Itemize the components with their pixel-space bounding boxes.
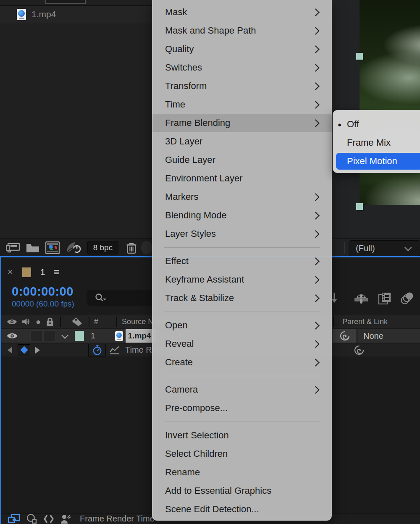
project-item-name: 1.mp4 <box>32 9 56 19</box>
frame-counter: 00000 (60.00 fps) <box>12 299 74 309</box>
menu-item-camera[interactable]: Camera <box>152 380 332 399</box>
menu-item-3d-layer[interactable]: 3D Layer <box>152 132 332 151</box>
next-keyframe-icon[interactable] <box>35 347 40 354</box>
frame-blending-submenu: ● Off Frame Mix Pixel Motion <box>333 110 420 173</box>
bit-depth-button[interactable]: 8 bpc <box>87 241 118 254</box>
shy-icon[interactable] <box>354 292 369 304</box>
chevron-right-icon <box>312 276 319 283</box>
timeline-tab[interactable]: × 1 ≡ <box>8 266 60 278</box>
audio-icon[interactable] <box>21 317 31 326</box>
menu-item-rename[interactable]: Rename <box>152 463 332 482</box>
folder-icon[interactable] <box>26 243 39 253</box>
trash-icon[interactable] <box>126 242 137 254</box>
eye-icon[interactable] <box>6 318 18 325</box>
footage-icon[interactable] <box>45 241 60 254</box>
menu-item-select-children[interactable]: Select Children <box>152 445 332 463</box>
pickwhip-icon[interactable] <box>333 329 356 343</box>
menu-separator <box>164 247 320 248</box>
menu-separator <box>164 312 320 312</box>
flowchart-icon[interactable] <box>8 514 20 524</box>
menu-item-create[interactable]: Create <box>152 353 332 372</box>
menu-item-quality[interactable]: Quality <box>152 40 332 58</box>
menu-item-open[interactable]: Open <box>152 316 332 335</box>
panel-menu-icon[interactable]: ≡ <box>54 266 60 278</box>
submenu-item-off[interactable]: ● Off <box>333 115 420 134</box>
lock-icon[interactable] <box>46 317 54 327</box>
submenu-item-frame-mix[interactable]: Frame Mix <box>333 134 420 152</box>
menu-item-blending-mode[interactable]: Blending Mode <box>152 206 332 225</box>
menu-item-invert-selection[interactable]: Invert Selection <box>152 426 332 445</box>
chevron-right-icon <box>312 212 319 219</box>
prev-keyframe-icon[interactable] <box>8 347 12 354</box>
chevron-right-icon <box>312 359 319 366</box>
cell-divider <box>357 329 357 343</box>
column-divider <box>116 317 117 327</box>
motion-blur-icon[interactable] <box>401 292 415 304</box>
chevron-right-icon <box>312 8 319 16</box>
menu-separator <box>164 376 320 376</box>
render-queue-icon[interactable] <box>6 242 20 253</box>
menu-item-environment-layer[interactable]: Environment Layer <box>152 169 332 188</box>
menu-item-pre-compose[interactable]: Pre-compose... <box>152 399 332 417</box>
chevron-right-icon <box>312 64 319 71</box>
parent-dropdown[interactable]: None <box>363 331 383 341</box>
label-tag-icon[interactable] <box>71 317 83 327</box>
selection-handle[interactable] <box>356 53 363 60</box>
menu-item-reveal[interactable]: Reveal <box>152 335 332 353</box>
project-item-row[interactable]: 1.mp4 <box>0 5 152 23</box>
menu-item-track-stabilize[interactable]: Track & Stabilize <box>152 289 332 307</box>
menu-item-effect[interactable]: Effect <box>152 252 332 270</box>
resolution-value: (Full) <box>356 244 375 253</box>
menu-item-mask-and-shape-path[interactable]: Mask and Shape Path <box>152 21 332 40</box>
resolution-dropdown[interactable]: (Full) <box>349 240 420 256</box>
selection-handle[interactable] <box>356 203 363 210</box>
rocket-power-icon[interactable] <box>66 241 81 254</box>
column-number[interactable]: # <box>94 317 98 326</box>
menu-item-keyframe-assistant[interactable]: Keyframe Assistant <box>152 270 332 289</box>
menu-item-layer-styles[interactable]: Layer Styles <box>152 225 332 243</box>
menu-item-scene-edit-detection[interactable]: Scene Edit Detection... <box>152 500 332 519</box>
menu-item-markers[interactable]: Markers <box>152 188 332 206</box>
hidden-button-partial[interactable] <box>141 241 152 254</box>
menu-item-transform[interactable]: Transform <box>152 77 332 95</box>
keyframe-toggle[interactable] <box>18 344 30 356</box>
chevron-right-icon <box>312 27 319 34</box>
current-timecode[interactable]: 0:00:00:00 <box>12 285 74 299</box>
selected-bullet-icon: ● <box>338 121 341 128</box>
submenu-item-pixel-motion[interactable]: Pixel Motion <box>336 153 420 170</box>
eye-icon[interactable] <box>6 332 18 340</box>
panel-divider <box>332 238 420 238</box>
stopwatch-icon[interactable] <box>88 344 106 356</box>
expression-arrows-icon[interactable] <box>44 514 54 524</box>
person-icon[interactable] <box>60 514 71 524</box>
graph-editor-icon[interactable] <box>26 514 37 524</box>
project-toolbar: 8 bpc <box>0 238 152 257</box>
menu-item-frame-blending[interactable]: Frame Blending <box>152 114 332 132</box>
menu-item-switches[interactable]: Switches <box>152 58 332 77</box>
video-file-icon <box>115 331 123 341</box>
solo-icon[interactable]: ● <box>36 317 41 327</box>
menu-item-time[interactable]: Time <box>152 95 332 114</box>
frame-blend-icon[interactable] <box>378 292 391 304</box>
chevron-right-icon <box>312 340 319 348</box>
chevron-down-icon[interactable] <box>61 332 68 339</box>
comp-color-swatch <box>22 267 31 277</box>
layer-label-swatch[interactable] <box>75 331 84 341</box>
pickwhip-icon[interactable] <box>353 345 364 356</box>
comp-name: 1 <box>40 267 45 277</box>
menu-item-add-to-essential-graphics[interactable]: Add to Essential Graphics <box>152 482 332 500</box>
layer-name[interactable]: 1.mp4 <box>126 329 156 343</box>
close-icon[interactable]: × <box>8 267 13 278</box>
menu-item-mask[interactable]: Mask <box>152 3 332 21</box>
chevron-right-icon <box>312 230 319 238</box>
layer-context-menu: Mask Mask and Shape Path Quality Switche… <box>152 0 332 521</box>
audio-toggle-box[interactable] <box>30 330 42 341</box>
graph-icon[interactable] <box>109 346 120 354</box>
menu-item-guide-layer[interactable]: Guide Layer <box>152 151 332 169</box>
column-divider <box>89 317 89 327</box>
chevron-right-icon <box>312 101 319 108</box>
chevron-right-icon <box>312 257 319 265</box>
composition-video-frame[interactable] <box>360 0 420 205</box>
column-parent-link[interactable]: Parent & Link <box>342 317 388 326</box>
solo-toggle-box[interactable] <box>43 330 55 341</box>
